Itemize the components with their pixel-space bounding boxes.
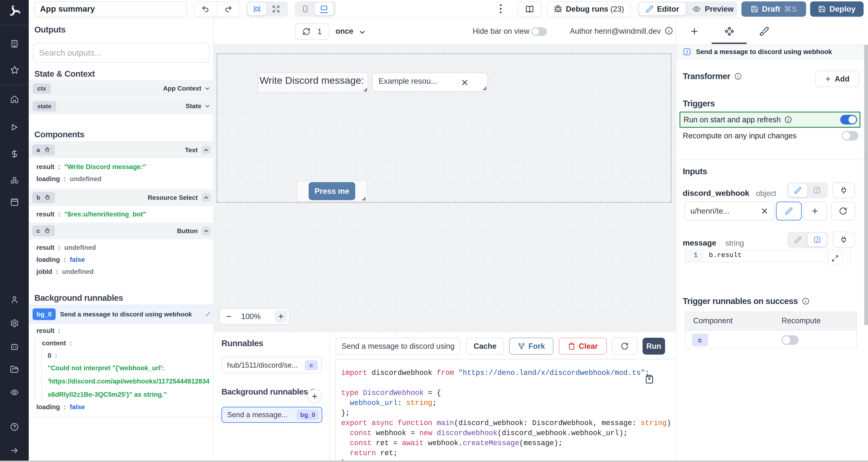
svg-text:f: f (816, 188, 818, 193)
svg-text:f: f (816, 237, 818, 242)
svg-text:f: f (686, 50, 688, 55)
